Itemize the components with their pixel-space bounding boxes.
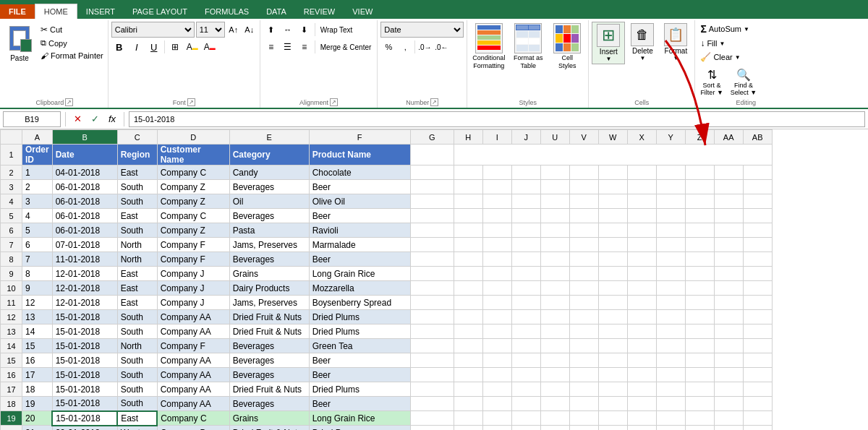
- row-header[interactable]: 1: [1, 145, 22, 165]
- cell-d12[interactable]: Company AA: [157, 310, 229, 324]
- cell-empty[interactable]: [454, 382, 482, 397]
- cell-empty[interactable]: [410, 382, 454, 397]
- cell-a14[interactable]: 15: [22, 339, 53, 353]
- cell-empty[interactable]: [511, 339, 540, 353]
- cell-f10[interactable]: Mozzarella: [309, 281, 410, 296]
- cell-e5[interactable]: Beverages: [229, 209, 309, 223]
- cell-empty[interactable]: [714, 397, 743, 411]
- cell-empty[interactable]: [743, 252, 772, 267]
- cell-f3[interactable]: Beer: [309, 180, 410, 194]
- cell-empty[interactable]: [685, 310, 714, 324]
- cell-empty[interactable]: [598, 426, 627, 431]
- col-header-x[interactable]: X: [627, 130, 656, 145]
- cell-e7[interactable]: Jams, Preserves: [229, 238, 309, 252]
- cell-empty[interactable]: [454, 238, 482, 252]
- cell-empty[interactable]: [598, 180, 627, 194]
- cell-d16[interactable]: Company AA: [157, 368, 229, 382]
- row-header[interactable]: 3: [1, 180, 22, 194]
- cell-empty[interactable]: [410, 194, 454, 209]
- row-header[interactable]: 20: [1, 426, 22, 431]
- cell-empty[interactable]: [569, 426, 598, 431]
- cell-empty[interactable]: [410, 252, 454, 267]
- cell-empty[interactable]: [540, 296, 569, 310]
- cell-d7[interactable]: Company F: [157, 238, 229, 252]
- cell-empty[interactable]: [410, 397, 454, 411]
- cell-empty[interactable]: [511, 411, 540, 426]
- cell-empty[interactable]: [569, 238, 598, 252]
- cell-empty[interactable]: [482, 382, 511, 397]
- cell-empty[interactable]: [569, 194, 598, 209]
- cell-c13[interactable]: South: [117, 324, 157, 339]
- cell-e4[interactable]: Oil: [229, 194, 309, 209]
- fill-button[interactable]: ↓ Fill ▼: [698, 37, 793, 50]
- cell-empty[interactable]: [743, 180, 772, 194]
- tab-file[interactable]: FILE: [0, 4, 35, 19]
- col-header-i[interactable]: I: [482, 130, 511, 145]
- cell-empty[interactable]: [627, 281, 656, 296]
- col-header-v[interactable]: V: [569, 130, 598, 145]
- row-header[interactable]: 9: [1, 267, 22, 281]
- cell-empty[interactable]: [482, 223, 511, 238]
- cell-e12[interactable]: Dried Fruit & Nuts: [229, 310, 309, 324]
- cell-e3[interactable]: Beverages: [229, 180, 309, 194]
- cell-empty[interactable]: [540, 368, 569, 382]
- cell-empty[interactable]: [540, 353, 569, 368]
- cell-empty[interactable]: [656, 368, 685, 382]
- cell-c17[interactable]: South: [117, 382, 157, 397]
- cell-empty[interactable]: [598, 281, 627, 296]
- cell-empty[interactable]: [454, 267, 482, 281]
- cell-c11[interactable]: East: [117, 296, 157, 310]
- comma-button[interactable]: ,: [397, 39, 413, 55]
- number-format-select[interactable]: Date General Number Currency Percentage: [380, 22, 464, 38]
- cell-empty[interactable]: [627, 194, 656, 209]
- cell-a17[interactable]: 18: [22, 382, 53, 397]
- cell-f16[interactable]: Beer: [309, 368, 410, 382]
- cell-empty[interactable]: [685, 281, 714, 296]
- cell-empty[interactable]: [685, 267, 714, 281]
- cell-empty[interactable]: [714, 267, 743, 281]
- cell-empty[interactable]: [482, 324, 511, 339]
- cell-empty[interactable]: [410, 339, 454, 353]
- cell-empty[interactable]: [410, 281, 454, 296]
- cell-empty[interactable]: [656, 267, 685, 281]
- cell-f11[interactable]: Boysenberry Spread: [309, 296, 410, 310]
- cell-empty[interactable]: [598, 368, 627, 382]
- cell-a11[interactable]: 12: [22, 296, 53, 310]
- row-header[interactable]: 13: [1, 324, 22, 339]
- cell-empty[interactable]: [743, 209, 772, 223]
- cell-empty[interactable]: [598, 339, 627, 353]
- font-name-select[interactable]: Calibri: [111, 22, 195, 38]
- font-size-select[interactable]: 11: [196, 22, 225, 38]
- cell-empty[interactable]: [410, 223, 454, 238]
- cell-b16[interactable]: 15-01-2018: [52, 368, 117, 382]
- cell-empty[interactable]: [627, 165, 656, 180]
- cell-b18[interactable]: 15-01-2018: [52, 397, 117, 411]
- format-button[interactable]: 📋 Format ▼: [660, 22, 692, 63]
- cell-empty[interactable]: [598, 238, 627, 252]
- cell-c18[interactable]: South: [117, 397, 157, 411]
- tab-page-layout[interactable]: PAGE LAYOUT: [124, 4, 196, 19]
- cell-empty[interactable]: [540, 180, 569, 194]
- cell-empty[interactable]: [685, 411, 714, 426]
- cell-empty[interactable]: [569, 209, 598, 223]
- align-center-button[interactable]: ☰: [280, 39, 296, 55]
- cell-empty[interactable]: [511, 324, 540, 339]
- align-top-button[interactable]: ⬆: [263, 22, 279, 38]
- cell-empty[interactable]: [714, 209, 743, 223]
- cell-empty[interactable]: [454, 281, 482, 296]
- cell-empty[interactable]: [569, 281, 598, 296]
- cell-empty[interactable]: [482, 310, 511, 324]
- fill-color-button[interactable]: A▬: [184, 39, 200, 55]
- cell-empty[interactable]: [656, 281, 685, 296]
- cell-empty[interactable]: [743, 223, 772, 238]
- cell-empty[interactable]: [540, 223, 569, 238]
- cell-empty[interactable]: [511, 281, 540, 296]
- cell-empty[interactable]: [714, 281, 743, 296]
- cell-c19[interactable]: East: [117, 411, 157, 426]
- cell-c4[interactable]: South: [117, 194, 157, 209]
- cell-a13[interactable]: 14: [22, 324, 53, 339]
- cell-d10[interactable]: Company J: [157, 281, 229, 296]
- cell-c10[interactable]: East: [117, 281, 157, 296]
- cell-empty[interactable]: [598, 397, 627, 411]
- row-header[interactable]: 6: [1, 223, 22, 238]
